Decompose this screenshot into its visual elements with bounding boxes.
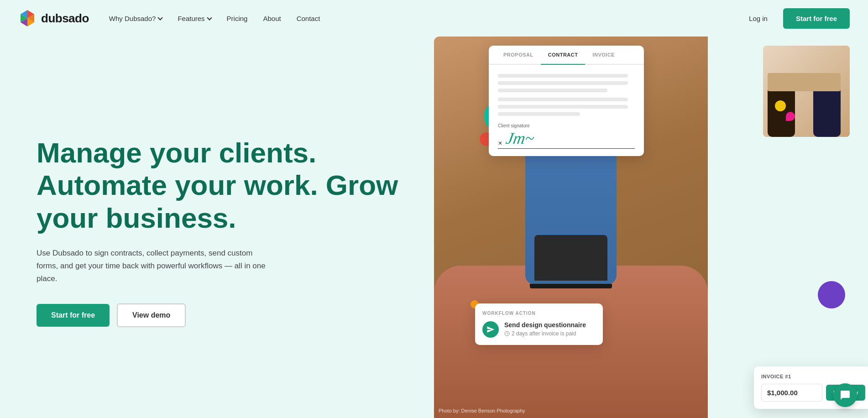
contract-card: PROPOSAL CONTRACT INVOICE Client signatu… [489, 46, 644, 156]
deco-circle-yellow [775, 100, 786, 111]
nav-why[interactable]: Why Dubsado? [103, 11, 169, 26]
tab-invoice[interactable]: INVOICE [585, 46, 622, 65]
sig-x-mark: ✕ [498, 140, 502, 146]
workflow-sub-text: 2 days after invoice is paid [504, 330, 586, 337]
nav-right: Log in Start for free [743, 8, 850, 29]
hero-left: Manage your clients. Automate your work.… [0, 37, 434, 418]
nav-contact[interactable]: Contact [290, 11, 327, 26]
chevron-down-icon [158, 15, 163, 20]
workflow-main-text: Send design questionnaire [504, 321, 586, 329]
contract-line [498, 81, 628, 85]
contract-line [498, 74, 628, 78]
invoice-title: INVOICE #1 [761, 374, 865, 379]
hero-small-photo [763, 46, 850, 137]
invoice-amount: $1,000.00 [761, 384, 822, 402]
logo-text: dubsado [41, 11, 89, 26]
hero-subtext: Use Dubsado to sign contracts, collect p… [37, 247, 274, 285]
workflow-content: Send design questionnaire 2 days after i… [482, 321, 596, 338]
contract-line [498, 105, 628, 109]
start-for-free-button-nav[interactable]: Start for free [783, 8, 850, 29]
send-icon [486, 325, 495, 334]
view-demo-button[interactable]: View demo [117, 303, 186, 327]
deco-circle-purple [818, 281, 845, 308]
photo-credit: Photo by: Denise Benson Photography [439, 408, 525, 413]
signature-line: ✕ Jm~ [498, 130, 635, 149]
hero-heading: Manage your clients. Automate your work.… [37, 136, 416, 234]
contract-line [498, 98, 628, 101]
hero-buttons: Start for free View demo [37, 303, 416, 327]
tab-proposal[interactable]: PROPOSAL [496, 46, 541, 65]
logo-icon [18, 9, 37, 27]
chat-icon [840, 390, 851, 401]
contract-line [498, 89, 607, 92]
nav-about[interactable]: About [256, 11, 287, 26]
workflow-icon [482, 321, 499, 338]
deco-circle-pink [786, 112, 795, 121]
nav-pricing[interactable]: Pricing [220, 11, 254, 26]
contract-tabs: PROPOSAL CONTRACT INVOICE [489, 46, 644, 65]
nav-features[interactable]: Features [171, 11, 217, 26]
workflow-text: Send design questionnaire 2 days after i… [504, 321, 586, 337]
contract-line [498, 112, 580, 116]
workflow-card: WORKFLOW ACTION Send design questionnair… [475, 303, 603, 345]
sig-label: Client signature [498, 123, 635, 128]
chevron-down-icon [207, 15, 212, 20]
logo[interactable]: dubsado [18, 9, 89, 27]
login-button[interactable]: Log in [743, 11, 774, 26]
signature-image: Jm~ [505, 130, 536, 146]
start-for-free-button-hero[interactable]: Start for free [37, 304, 110, 327]
chat-bubble-button[interactable] [833, 383, 857, 407]
navbar: dubsado Why Dubsado? Features Pricing Ab… [0, 0, 868, 37]
nav-links: Why Dubsado? Features Pricing About Cont… [103, 11, 743, 26]
workflow-title: WORKFLOW ACTION [482, 311, 596, 316]
hero-section: Manage your clients. Automate your work.… [0, 37, 868, 418]
clock-icon [504, 331, 510, 336]
tab-contract[interactable]: CONTRACT [541, 46, 586, 65]
signature-section: Client signature ✕ Jm~ [498, 123, 635, 149]
hero-right: Photo by: Denise Benson Photography PROP… [434, 37, 868, 418]
contract-body: Client signature ✕ Jm~ [489, 65, 644, 156]
